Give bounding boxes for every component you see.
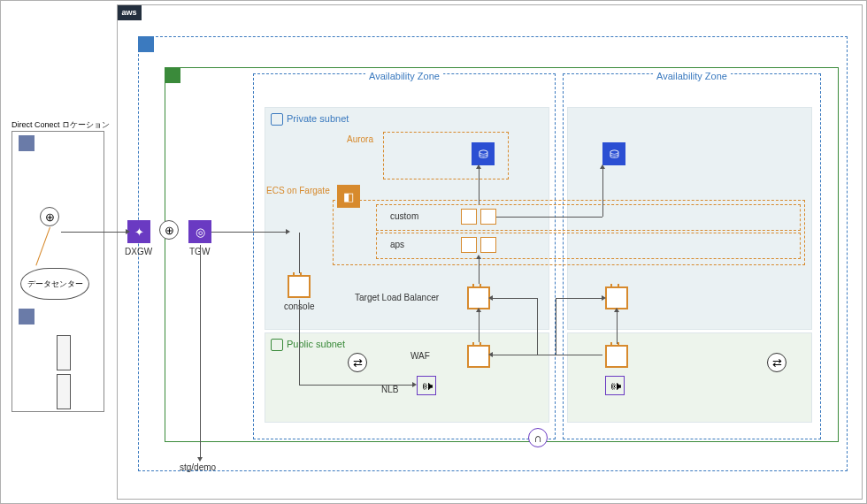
- arrow: [602, 169, 603, 217]
- arrow: [556, 298, 602, 299]
- dxgw-label: DXGW: [125, 247, 152, 256]
- server-icon: [57, 335, 71, 370]
- dc-location-label: Direct Conect ロケーション: [12, 119, 110, 131]
- container-icon: [480, 237, 496, 253]
- arrow: [537, 298, 538, 355]
- stg-demo-label: stg/demo: [180, 462, 216, 472]
- endpoint-icon: ⇄: [348, 353, 367, 372]
- arrow: [479, 259, 480, 284]
- tgw-icon: ◎: [188, 220, 211, 243]
- diagram-canvas: aws Availability Zone Availability Zone …: [0, 0, 867, 504]
- aurora-db-replica-icon: ⛁: [602, 142, 625, 165]
- waf-chip-icon: [605, 345, 628, 368]
- private-subnet-1-label: Private subnet: [287, 113, 349, 124]
- aurora-label: Aurora: [347, 134, 373, 144]
- dxgw-icon: ✦: [127, 220, 150, 243]
- public-subnet-1: Public subnet: [265, 332, 549, 423]
- arrow: [299, 300, 300, 385]
- arrow: [556, 298, 556, 355]
- tlb-chip-icon: [605, 286, 628, 309]
- nlb-label: NLB: [381, 385, 398, 394]
- public-subnet-2: [567, 332, 812, 423]
- arrow: [200, 245, 201, 457]
- arrow: [479, 312, 480, 342]
- nlb-icon: 🕪: [417, 376, 436, 395]
- arrow: [299, 385, 412, 386]
- public-subnet-1-label: Public subnet: [287, 339, 345, 349]
- az2-label: Availability Zone: [653, 71, 731, 81]
- arrow: [493, 355, 537, 355]
- aurora-db-icon: ⛁: [472, 142, 495, 165]
- arrow: [479, 169, 480, 204]
- arrow: [617, 312, 618, 344]
- ecs-service-icon: ◧: [337, 185, 360, 208]
- lock-icon: [271, 113, 283, 126]
- container-icon: [480, 209, 496, 225]
- public-subnet-1-header: Public subnet: [271, 339, 345, 351]
- dc-badge-icon: [19, 309, 35, 325]
- tlb-chip-icon: [467, 286, 490, 309]
- arrow: [299, 233, 300, 273]
- waf-label: WAF: [410, 351, 430, 361]
- server-icon: [57, 374, 71, 409]
- tlb-label: Target Load Balancer: [355, 293, 439, 302]
- arrow: [537, 355, 602, 355]
- aps-label: aps: [390, 240, 404, 249]
- az1-label: Availability Zone: [365, 71, 443, 81]
- region-icon: [138, 36, 154, 52]
- dx-circle-icon: ⊕: [159, 220, 179, 240]
- arrow: [211, 232, 286, 233]
- waf-chip-icon: [467, 345, 490, 368]
- arrow: [61, 232, 126, 233]
- datacenter-label: データセンター: [27, 279, 83, 290]
- internet-gateway-icon: ∩: [528, 428, 548, 447]
- container-icon: [461, 209, 477, 225]
- private-subnet-1-header: Private subnet: [271, 113, 349, 126]
- dc-badge-icon: [19, 135, 35, 151]
- ecs-fargate-label: ECS on Fargate: [266, 186, 330, 195]
- arrow: [496, 217, 602, 218]
- endpoint-icon: ⇄: [767, 353, 786, 372]
- ecs-custom-row: [376, 204, 801, 231]
- container-icon: [461, 237, 477, 253]
- ecs-aps-row: [376, 233, 801, 259]
- custom-label: custom: [390, 211, 418, 221]
- nlb-icon: 🕪: [605, 376, 625, 395]
- vpc-icon: [165, 67, 180, 83]
- arrow: [493, 298, 537, 299]
- datacenter-cloud: データセンター: [20, 268, 89, 300]
- console-chip-icon: [288, 275, 311, 298]
- dc-router-icon: ⊕: [40, 207, 59, 226]
- lock-icon: [271, 339, 283, 351]
